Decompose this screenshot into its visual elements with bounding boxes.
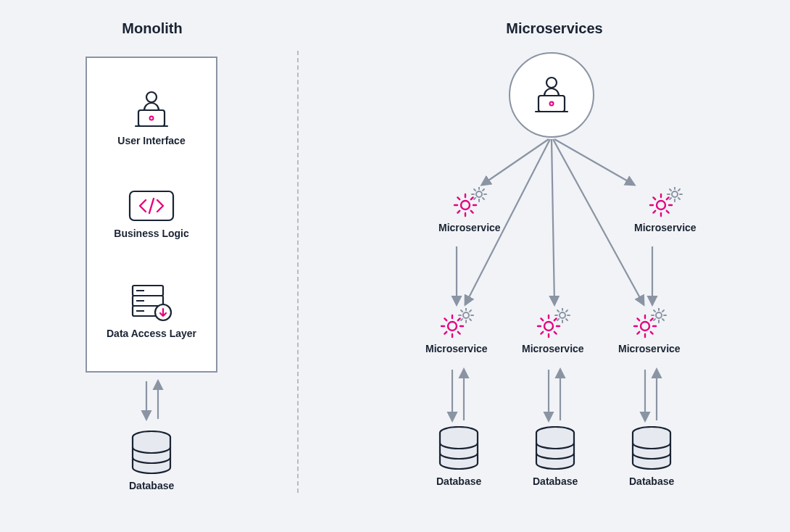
ms5-label: Microservice — [634, 222, 697, 233]
db2-label: Database — [533, 475, 578, 487]
database-icon — [533, 426, 577, 471]
code-icon — [128, 190, 175, 222]
ms3-label: Microservice — [522, 343, 584, 354]
monolith-title: Monolith — [65, 20, 239, 37]
database-icon — [130, 431, 173, 475]
microservice-2: Microservice — [425, 308, 488, 354]
ms1-label: Microservice — [438, 222, 501, 233]
dal-label: Data Access Layer — [107, 328, 196, 339]
monolith-layer-data: Data Access Layer — [107, 283, 196, 339]
monolith-db-arrow — [130, 375, 174, 426]
microservices-title: Microservices — [446, 20, 663, 37]
db3-label: Database — [629, 475, 674, 487]
monolith-db-label: Database — [129, 480, 174, 491]
monolith-container: User Interface Business Logic Data Acces… — [86, 57, 217, 373]
microservice-5: Microservice — [634, 187, 697, 233]
gears-icon — [438, 308, 475, 338]
user-laptop-icon — [128, 90, 175, 129]
monolith-database: Database — [129, 431, 174, 491]
monolith-layer-logic: Business Logic — [114, 190, 188, 239]
monolith-layer-ui: User Interface — [117, 90, 185, 146]
svg-line-35 — [552, 139, 554, 304]
gears-icon — [452, 187, 488, 217]
microservice-4: Microservice — [618, 308, 681, 354]
db1-label: Database — [436, 475, 481, 487]
gears-icon — [647, 187, 683, 217]
gears-icon — [535, 308, 571, 338]
ms4-label: Microservice — [618, 343, 681, 354]
database-icon — [437, 426, 481, 471]
gears-icon — [631, 308, 668, 338]
microservice-arrows — [341, 58, 790, 464]
microservice-1: Microservice — [438, 187, 501, 233]
ms-database-2: Database — [533, 426, 578, 487]
ms-database-3: Database — [629, 426, 674, 487]
logic-label: Business Logic — [114, 228, 188, 239]
microservice-3: Microservice — [522, 308, 584, 354]
database-icon — [630, 426, 673, 471]
ui-label: User Interface — [117, 135, 185, 146]
ms-database-1: Database — [436, 426, 481, 487]
ms2-label: Microservice — [425, 343, 488, 354]
data-access-icon — [128, 283, 175, 322]
section-divider — [297, 51, 299, 493]
